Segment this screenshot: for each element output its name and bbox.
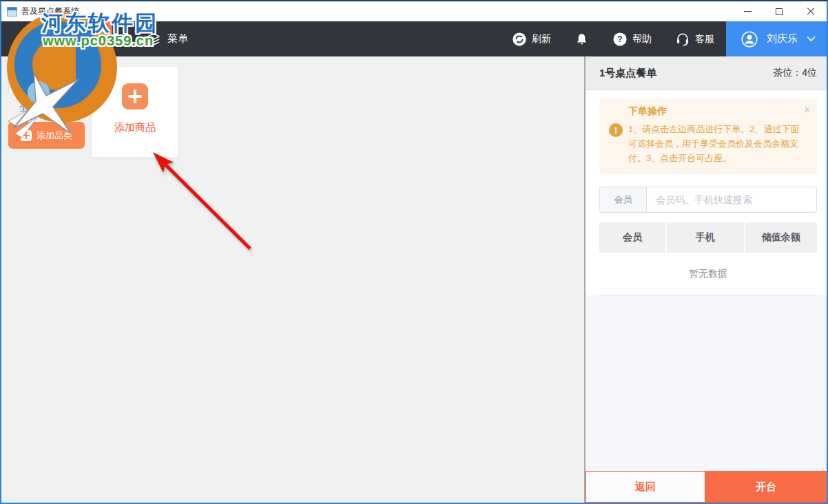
help-button[interactable]: ? 帮助 — [601, 21, 663, 56]
column-header-balance: 储值余额 — [745, 222, 817, 253]
category-list: 全部 — [1, 94, 56, 122]
plus-icon — [122, 83, 148, 109]
order-panel-header: 1号桌点餐单 茶位：4位 — [586, 56, 827, 90]
order-title: 1号桌点餐单 — [599, 67, 656, 80]
table-seats: 茶位：4位 — [773, 67, 817, 79]
empty-state: 暂无数据 — [599, 253, 817, 295]
tab-menu-label: 菜单 — [167, 32, 188, 45]
user-name: 刘庆乐 — [767, 32, 798, 45]
app-icon — [7, 7, 17, 17]
tab-desktop-label: 桌面 — [77, 32, 98, 45]
chevron-down-icon — [807, 36, 816, 42]
title-bar: 普及星点餐系统 — [1, 1, 827, 21]
column-header-member: 会员 — [599, 222, 667, 253]
bell-icon — [575, 32, 589, 47]
member-search-label: 会员 — [599, 187, 646, 213]
maximize-icon — [776, 8, 783, 15]
category-item-all[interactable]: 全部 — [1, 94, 56, 122]
maximize-button[interactable] — [763, 1, 795, 21]
svg-text:?: ? — [617, 34, 622, 44]
refresh-label: 刷新 — [532, 33, 551, 45]
desktop-icon — [56, 32, 71, 46]
refresh-icon — [512, 32, 527, 47]
product-area: 全部 添加品类 添加商品 — [1, 56, 584, 503]
member-table-header: 会员 手机 储值余额 — [599, 222, 817, 253]
window-title: 普及星点餐系统 — [21, 6, 79, 17]
category-label: 全部 — [19, 102, 39, 114]
exclamation-icon: ! — [609, 123, 623, 137]
avatar-icon — [741, 31, 758, 48]
app-window: 普及星点餐系统 桌面 菜单 — [0, 0, 828, 504]
add-product-card[interactable]: 添加商品 — [91, 66, 179, 158]
tab-menu[interactable]: 菜单 — [132, 21, 203, 56]
refresh-button[interactable]: 刷新 — [500, 21, 563, 56]
user-menu[interactable]: 刘庆乐 — [726, 21, 827, 56]
add-category-label: 添加品类 — [37, 129, 72, 142]
nav-logo-area — [1, 21, 42, 56]
order-panel-body: 下单操作 × ! 1、请点击左边商品进行下单。2、通过下面可选择会员，用于享受会… — [586, 90, 827, 471]
layers-icon — [146, 32, 161, 47]
order-panel: 1号桌点餐单 茶位：4位 下单操作 × ! 1、请点击左边商品进行下单。2、通过… — [586, 56, 827, 503]
member-table: 会员 手机 储值余额 暂无数据 — [599, 222, 817, 295]
notice-title: 下单操作 — [628, 105, 807, 118]
nav-bar: 桌面 菜单 刷新 — [1, 21, 827, 56]
help-icon: ? — [612, 32, 628, 47]
back-button[interactable]: 返回 — [586, 471, 705, 503]
member-search-group: 会员 — [599, 187, 817, 213]
add-product-label: 添加商品 — [114, 121, 156, 134]
product-search-input[interactable] — [8, 65, 85, 94]
member-search-input[interactable] — [646, 187, 817, 213]
order-panel-footer: 返回 开台 — [586, 471, 827, 503]
close-icon[interactable]: × — [804, 104, 810, 114]
help-label: 帮助 — [632, 33, 652, 45]
notifications-button[interactable] — [563, 21, 601, 56]
minimize-icon — [744, 11, 752, 12]
close-button[interactable] — [795, 1, 827, 21]
tab-desktop[interactable]: 桌面 — [42, 21, 112, 56]
member-section: 下单操作 × ! 1、请点击左边商品进行下单。2、通过下面可选择会员，用于享受会… — [586, 90, 827, 295]
main-content: 全部 添加品类 添加商品 1号桌点餐单 茶位：4位 — [1, 56, 827, 503]
close-icon — [807, 8, 815, 16]
service-label: 客服 — [695, 33, 714, 45]
minimize-button[interactable] — [732, 1, 763, 21]
notice-body: 1、请点击左边商品进行下单。2、通过下面可选择会员，用于享受会员价及会员余额支付… — [628, 122, 807, 165]
service-button[interactable]: 客服 — [663, 21, 726, 56]
plus-icon — [21, 130, 32, 141]
order-notice: 下单操作 × ! 1、请点击左边商品进行下单。2、通过下面可选择会员，用于享受会… — [599, 98, 817, 174]
headset-icon — [675, 32, 690, 47]
open-table-button[interactable]: 开台 — [705, 471, 827, 503]
add-category-button[interactable]: 添加品类 — [8, 122, 85, 149]
column-header-phone: 手机 — [667, 222, 745, 253]
